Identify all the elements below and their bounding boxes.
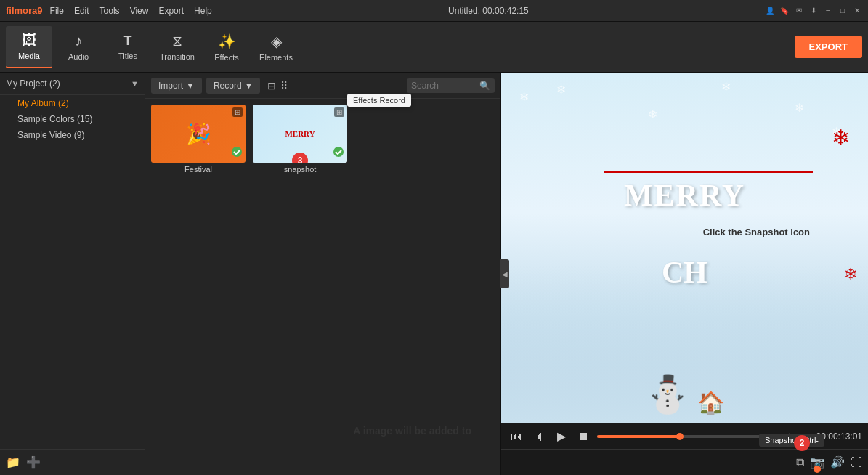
menu-tools[interactable]: Tools xyxy=(100,6,120,16)
decorative-line xyxy=(604,171,813,173)
volume-button[interactable]: 🔊 xyxy=(830,455,845,469)
media-grid: 🎉 ⊞ Festival MERRY xyxy=(145,99,500,475)
snapshot-button[interactable]: 📷 Snapshot (Ctrl- 2 xyxy=(810,455,824,469)
media-item-label: snapshot xyxy=(253,165,347,174)
tab-transition[interactable]: ⧖ Transition xyxy=(154,26,200,68)
menu-help[interactable]: Help xyxy=(194,6,212,16)
media-label: Media xyxy=(18,52,40,60)
step3-badge: 3 xyxy=(292,153,308,163)
house-icon: 🏠 xyxy=(697,390,724,415)
audio-icon: ♪ xyxy=(75,33,82,49)
menu-export[interactable]: Export xyxy=(158,6,184,16)
snowflake-icon: ❄ xyxy=(648,107,657,121)
elements-label: Elements xyxy=(259,53,293,62)
search-icon[interactable]: 🔍 xyxy=(479,81,490,91)
media-info-icon: ⊞ xyxy=(232,107,243,117)
import-dropdown-icon[interactable]: ▼ xyxy=(186,81,195,91)
grid-icon[interactable]: ⠿ xyxy=(280,80,288,92)
collapse-panel-button[interactable]: ◀ xyxy=(500,259,509,288)
main-toolbar: 🖼 Media ♪ Audio T Titles ⧖ Transition ✨ … xyxy=(0,22,868,73)
menu-edit[interactable]: Edit xyxy=(74,6,89,16)
media-info-icon: ⊞ xyxy=(334,107,344,117)
svg-point-1 xyxy=(333,147,344,157)
filter-icon[interactable]: ⊟ xyxy=(267,80,276,92)
search-input[interactable] xyxy=(411,81,476,91)
project-header: My Project (2) ▼ xyxy=(0,73,145,95)
tab-titles[interactable]: T Titles xyxy=(105,26,151,68)
project-title: My Project (2) xyxy=(6,78,60,89)
effects-record-tooltip: Effects Record xyxy=(347,94,411,107)
snapshot-dot xyxy=(814,466,821,473)
add-media-icon[interactable]: ➕ xyxy=(26,455,41,469)
app-title: Untitled: 00:00:42:15 xyxy=(448,6,529,16)
menu-bar: File Edit Tools View Export Help xyxy=(50,6,212,16)
import-button[interactable]: Import ▼ xyxy=(151,78,202,94)
media-item-label: Festival xyxy=(151,165,246,174)
user-icon[interactable]: 👤 xyxy=(765,6,775,16)
minimize-button[interactable]: − xyxy=(823,6,833,16)
stop-button[interactable]: ⏹ xyxy=(574,429,593,444)
collapse-arrow-icon: ◀ xyxy=(502,270,508,278)
record-dropdown-icon[interactable]: ▼ xyxy=(245,81,253,91)
right-panel: ❄ ❄ ❄ ❄ ❄ ❄ MERRY CH ❄ ❄ ⛄ 🏠 xyxy=(501,73,868,475)
import-label: Import xyxy=(158,81,183,91)
progress-bar[interactable] xyxy=(597,435,781,438)
sidebar-item-sample-colors[interactable]: Sample Colors (15) xyxy=(0,111,145,127)
progress-dot xyxy=(676,433,684,440)
skip-back-button[interactable]: ⏮ xyxy=(507,429,526,444)
export-button[interactable]: EXPORT xyxy=(795,36,862,58)
check-icon xyxy=(333,146,344,160)
transition-label: Transition xyxy=(160,52,195,61)
left-panel: My Project (2) ▼ My Album (2) Sample Col… xyxy=(0,73,145,475)
merry-text: MERRY xyxy=(624,178,745,213)
fullscreen-button[interactable]: ⛶ xyxy=(851,456,862,469)
media-thumbnail: MERRY ⊞ 3 xyxy=(253,105,347,163)
media-toolbar: Import ▼ Record ▼ ⊟ ⠿ 🔍 xyxy=(145,73,500,99)
menu-file[interactable]: File xyxy=(50,6,64,16)
media-thumbnail: 🎉 ⊞ xyxy=(151,105,246,163)
close-button[interactable]: ✕ xyxy=(852,6,862,16)
tab-elements[interactable]: ◈ Elements xyxy=(253,26,299,68)
snowman-icon: ⛄ xyxy=(645,373,690,415)
bookmark-icon[interactable]: 🔖 xyxy=(779,6,790,16)
mail-icon[interactable]: ✉ xyxy=(794,6,804,16)
record-label: Record xyxy=(214,81,242,91)
step2-badge: 2 xyxy=(794,435,810,451)
snowflake-icon: ❄ xyxy=(795,101,804,115)
audio-label: Audio xyxy=(68,52,89,61)
download-icon[interactable]: ⬇ xyxy=(808,6,819,16)
expand-arrow-icon[interactable]: ▼ xyxy=(131,79,139,88)
snapshot-tooltip: Snapshot (Ctrl- xyxy=(759,434,824,447)
svg-point-0 xyxy=(232,147,242,157)
tab-audio[interactable]: ♪ Audio xyxy=(55,26,102,68)
snowflake-icon: ❄ xyxy=(556,83,566,97)
effects-icon: ✨ xyxy=(218,33,236,50)
preview-content: ❄ ❄ ❄ ❄ ❄ ❄ MERRY CH ❄ ❄ ⛄ 🏠 xyxy=(501,73,868,423)
preview-tools: ⧉ 📷 Snapshot (Ctrl- 2 🔊 ⛶ xyxy=(501,449,868,475)
pip-button[interactable]: ⧉ xyxy=(796,456,804,469)
elements-icon: ◈ xyxy=(271,33,282,50)
panel-bottom-icons: 📁 ➕ xyxy=(0,449,145,475)
center-panel: Import ▼ Record ▼ ⊟ ⠿ 🔍 Effects Record 🎉 xyxy=(145,73,501,475)
titlebar: filmora9 File Edit Tools View Export Hel… xyxy=(0,0,868,22)
tab-effects[interactable]: ✨ Effects xyxy=(203,26,250,68)
check-icon xyxy=(231,146,243,160)
search-box: 🔍 xyxy=(407,78,495,93)
sidebar-item-my-album[interactable]: My Album (2) xyxy=(0,95,145,111)
scene-bottom: ⛄ 🏠 xyxy=(501,265,868,423)
step-back-button[interactable]: ⏴ xyxy=(530,429,549,444)
sidebar-item-sample-video[interactable]: Sample Video (9) xyxy=(0,127,145,143)
transition-icon: ⧖ xyxy=(172,33,182,49)
effects-label: Effects xyxy=(214,53,238,62)
tab-media[interactable]: 🖼 Media xyxy=(6,26,52,68)
play-button[interactable]: ▶ xyxy=(553,428,569,444)
app-logo: filmora9 xyxy=(6,5,43,16)
list-item[interactable]: MERRY ⊞ 3 snapshot xyxy=(253,105,347,174)
menu-view[interactable]: View xyxy=(130,6,149,16)
new-folder-icon[interactable]: 📁 xyxy=(6,455,20,469)
list-item[interactable]: 🎉 ⊞ Festival xyxy=(151,105,246,174)
maximize-button[interactable]: □ xyxy=(837,6,848,16)
red-snowflake-icon: ❄ xyxy=(832,125,850,150)
snowflake-icon: ❄ xyxy=(519,90,529,104)
record-button[interactable]: Record ▼ xyxy=(206,78,261,94)
